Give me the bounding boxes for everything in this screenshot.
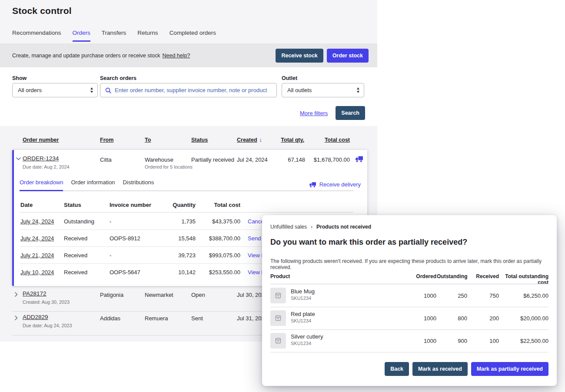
order-from: Patigonia <box>100 292 123 298</box>
mark-as-received-button[interactable]: Mark as received <box>412 362 468 376</box>
outlet-select[interactable]: All outlets <box>282 83 364 97</box>
col-from[interactable]: From <box>100 137 113 143</box>
modal-description: The following products weren't received.… <box>270 258 557 270</box>
col-order-number[interactable]: Order number <box>23 137 59 143</box>
order-status: Open <box>191 292 205 298</box>
breakdown-date-link[interactable]: July 24, 2024 <box>20 235 54 242</box>
product-sku: SKU1234 <box>291 318 311 323</box>
breakdown-qty: 10,142 <box>156 269 196 276</box>
breakdown-date-link[interactable]: July 21, 2024 <box>20 252 54 259</box>
breakdown-cost: $993,075.00 <box>201 252 240 259</box>
modal-buttons: Back Mark as received Mark as partially … <box>385 362 548 376</box>
mark-as-partially-received-button[interactable]: Mark as partially received <box>471 362 548 376</box>
product-name: Red plate <box>291 311 315 317</box>
order-status: Sent <box>191 315 203 322</box>
col-status[interactable]: Status <box>191 137 208 143</box>
modal-title: Do you want to mark this order as partia… <box>270 238 467 247</box>
col-total-qty[interactable]: Total qty. <box>261 137 304 143</box>
breakdown-date-link[interactable]: July 24, 2024 <box>20 218 54 225</box>
breakdown-cost: $388,700.00 <box>201 235 240 242</box>
product-sku: SKU1234 <box>291 296 311 301</box>
partially-received-modal: Unfulfilled sales › Products not receive… <box>262 215 557 386</box>
tab-completed-orders[interactable]: Completed orders <box>170 30 216 42</box>
col-created[interactable]: Created↓ <box>237 137 262 143</box>
product-outstanding-cost: $22,500.00 <box>496 338 548 344</box>
tab-order-information[interactable]: Order information <box>71 179 115 190</box>
banner-text: Create, manage and update purchase order… <box>12 53 160 59</box>
breadcrumb-parent[interactable]: Unfulfilled sales <box>270 224 307 230</box>
tab-returns[interactable]: Returns <box>137 30 158 42</box>
mcol-ordered: Ordered <box>402 273 436 279</box>
order-to: Warehouse <box>145 156 173 163</box>
mcol-outstanding: Outstanding <box>437 273 467 279</box>
breakdown-invoice: OOPS-8912 <box>110 235 140 242</box>
tab-order-breakdown[interactable]: Order breakdown <box>20 179 63 191</box>
receive-stock-button[interactable]: Receive stock <box>276 49 323 63</box>
receive-delivery-link[interactable]: Receive delivery <box>309 181 361 188</box>
stepper-icon <box>90 83 93 97</box>
order-due-date: Due date: Aug 2, 2024 <box>23 164 69 169</box>
product-sku: SKU1234 <box>291 341 311 346</box>
order-number-link[interactable]: PA28172 <box>23 290 47 297</box>
col-to[interactable]: To <box>145 137 151 143</box>
chevron-down-icon[interactable] <box>16 157 21 160</box>
order-sub-date: Due date: Aug 24, 2023 <box>23 323 72 328</box>
tab-orders[interactable]: Orders <box>73 30 90 42</box>
show-select-value: All orders <box>13 87 42 93</box>
product-outstanding-cost: $20,000.00 <box>496 315 548 322</box>
breakdown-qty: 15,548 <box>156 235 196 242</box>
product-image-placeholder <box>270 288 286 303</box>
product-outstanding: 900 <box>437 338 467 344</box>
header-section: Stock control Recommendations Orders Tra… <box>0 0 377 43</box>
need-help-link[interactable]: Need help? <box>162 53 190 59</box>
outlet-label: Outlet <box>282 75 297 81</box>
order-to: Remuera <box>145 315 168 322</box>
tab-recommendations[interactable]: Recommendations <box>12 30 61 42</box>
breakdown-status: Received <box>64 235 87 242</box>
mcol-product: Product <box>270 273 290 279</box>
bcol-total-cost: Total cost <box>201 202 240 208</box>
chevron-right-icon[interactable] <box>15 316 18 320</box>
order-status: Partially received <box>191 156 234 163</box>
search-button[interactable]: Search <box>336 106 365 120</box>
breakdown-invoice: - <box>110 252 111 259</box>
show-select[interactable]: All orders <box>12 83 98 97</box>
page-title: Stock control <box>12 6 72 16</box>
search-icon <box>105 87 111 93</box>
back-button[interactable]: Back <box>385 362 409 376</box>
more-filters-link[interactable]: More filters <box>300 110 328 116</box>
main-tabs: Recommendations Orders Transfers Returns… <box>12 30 216 42</box>
divider <box>270 307 548 307</box>
chevron-right-icon[interactable] <box>15 292 18 297</box>
bcol-invoice: Invoice number <box>110 202 151 208</box>
breakdown-status: Received <box>64 252 87 259</box>
tab-distributions[interactable]: Distributions <box>123 179 154 190</box>
product-image-placeholder <box>270 310 286 326</box>
breakdown-date-link[interactable]: July 10, 2024 <box>20 269 54 276</box>
order-to: Newmarket <box>145 292 173 298</box>
order-from: Citta <box>100 156 112 163</box>
product-outstanding: 250 <box>437 292 467 299</box>
bcol-quantity: Quantity <box>156 202 196 208</box>
order-detail-tabs: Order breakdown Order information Distri… <box>20 179 353 191</box>
breakdown-invoice: OOPS-5647 <box>110 269 140 276</box>
order-sub-date: Created: Aug 30, 2023 <box>23 299 70 305</box>
tab-transfers[interactable]: Transfers <box>102 30 126 42</box>
col-total-cost[interactable]: Total cost <box>306 137 350 143</box>
divider <box>270 329 548 330</box>
truck-icon[interactable] <box>355 156 363 163</box>
breakdown-cost: $43,375.00 <box>201 218 240 225</box>
order-stock-button[interactable]: Order stock <box>327 49 369 63</box>
breakdown-status: Outstanding <box>64 218 94 225</box>
search-orders-input[interactable] <box>111 87 276 93</box>
bcol-date: Date <box>20 202 33 208</box>
breakdown-invoice: - <box>110 218 111 225</box>
order-number-link[interactable]: ORDER-1234 <box>23 155 59 162</box>
order-total-cost: $1,678,700.00 <box>293 156 350 163</box>
order-number-link[interactable]: ADD2829 <box>23 314 48 320</box>
stepper-icon <box>357 83 359 97</box>
product-name: Blue Mug <box>291 288 315 295</box>
box-icon <box>275 315 282 322</box>
filter-actions: More filters Search <box>300 106 365 120</box>
breakdown-qty: 39,723 <box>156 252 196 259</box>
